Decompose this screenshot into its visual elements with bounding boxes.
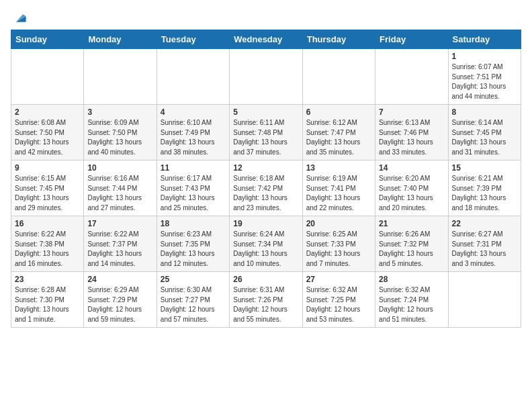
- calendar-cell: [157, 49, 229, 105]
- logo-icon: [12, 11, 27, 26]
- day-number: 10: [87, 163, 152, 173]
- calendar-cell: 3Sunrise: 6:09 AM Sunset: 7:50 PM Daylig…: [84, 105, 157, 161]
- day-number: 1: [452, 52, 517, 61]
- calendar-cell: 28Sunrise: 6:32 AM Sunset: 7:24 PM Dayli…: [375, 272, 448, 328]
- calendar-cell: [375, 49, 448, 105]
- calendar-cell: 4Sunrise: 6:10 AM Sunset: 7:49 PM Daylig…: [157, 105, 229, 161]
- calendar-cell: 25Sunrise: 6:30 AM Sunset: 7:27 PM Dayli…: [157, 272, 229, 328]
- day-info: Sunrise: 6:23 AM Sunset: 7:35 PM Dayligh…: [161, 230, 226, 269]
- calendar-cell: [11, 49, 84, 105]
- day-info: Sunrise: 6:28 AM Sunset: 7:30 PM Dayligh…: [15, 285, 80, 324]
- calendar-cell: [84, 49, 157, 105]
- calendar-header-sunday: Sunday: [11, 30, 84, 49]
- calendar-cell: 5Sunrise: 6:11 AM Sunset: 7:48 PM Daylig…: [230, 105, 302, 161]
- day-info: Sunrise: 6:16 AM Sunset: 7:44 PM Dayligh…: [87, 174, 152, 213]
- day-number: 24: [87, 275, 152, 284]
- day-number: 11: [161, 163, 226, 173]
- day-info: Sunrise: 6:24 AM Sunset: 7:34 PM Dayligh…: [233, 230, 298, 269]
- day-number: 3: [87, 107, 152, 117]
- day-info: Sunrise: 6:10 AM Sunset: 7:49 PM Dayligh…: [161, 118, 226, 157]
- day-info: Sunrise: 6:12 AM Sunset: 7:47 PM Dayligh…: [306, 118, 371, 157]
- calendar-cell: 1Sunrise: 6:07 AM Sunset: 7:51 PM Daylig…: [448, 49, 521, 105]
- day-info: Sunrise: 6:15 AM Sunset: 7:45 PM Dayligh…: [15, 174, 80, 213]
- calendar-cell: [230, 49, 302, 105]
- day-info: Sunrise: 6:18 AM Sunset: 7:42 PM Dayligh…: [233, 174, 298, 213]
- day-number: 21: [379, 219, 444, 228]
- day-number: 25: [161, 275, 226, 284]
- calendar-cell: 2Sunrise: 6:08 AM Sunset: 7:50 PM Daylig…: [11, 105, 84, 161]
- calendar-cell: 16Sunrise: 6:22 AM Sunset: 7:38 PM Dayli…: [11, 216, 84, 272]
- calendar-cell: 12Sunrise: 6:18 AM Sunset: 7:42 PM Dayli…: [230, 161, 302, 216]
- calendar-cell: 13Sunrise: 6:19 AM Sunset: 7:41 PM Dayli…: [302, 161, 375, 216]
- calendar-cell: 17Sunrise: 6:22 AM Sunset: 7:37 PM Dayli…: [84, 216, 157, 272]
- calendar-week-row: 9Sunrise: 6:15 AM Sunset: 7:45 PM Daylig…: [11, 161, 521, 216]
- day-info: Sunrise: 6:30 AM Sunset: 7:27 PM Dayligh…: [161, 285, 226, 324]
- day-info: Sunrise: 6:22 AM Sunset: 7:37 PM Dayligh…: [87, 230, 152, 269]
- day-number: 15: [452, 163, 517, 173]
- day-number: 28: [379, 275, 444, 284]
- day-info: Sunrise: 6:17 AM Sunset: 7:43 PM Dayligh…: [161, 174, 226, 213]
- day-info: Sunrise: 6:20 AM Sunset: 7:40 PM Dayligh…: [379, 174, 444, 213]
- day-number: 16: [15, 219, 80, 228]
- calendar-cell: 26Sunrise: 6:31 AM Sunset: 7:26 PM Dayli…: [230, 272, 302, 328]
- day-number: 9: [15, 163, 80, 173]
- day-number: 27: [306, 275, 371, 284]
- calendar-week-row: 1Sunrise: 6:07 AM Sunset: 7:51 PM Daylig…: [11, 49, 521, 105]
- day-number: 8: [452, 107, 517, 117]
- day-number: 14: [379, 163, 444, 173]
- day-number: 22: [452, 219, 517, 228]
- calendar-cell: 15Sunrise: 6:21 AM Sunset: 7:39 PM Dayli…: [448, 161, 521, 216]
- day-info: Sunrise: 6:21 AM Sunset: 7:39 PM Dayligh…: [452, 174, 517, 213]
- day-info: Sunrise: 6:08 AM Sunset: 7:50 PM Dayligh…: [15, 118, 80, 157]
- day-number: 12: [233, 163, 298, 173]
- day-number: 13: [306, 163, 371, 173]
- day-info: Sunrise: 6:26 AM Sunset: 7:32 PM Dayligh…: [379, 230, 444, 269]
- logo: [11, 11, 27, 23]
- calendar-cell: 14Sunrise: 6:20 AM Sunset: 7:40 PM Dayli…: [375, 161, 448, 216]
- calendar-cell: 6Sunrise: 6:12 AM Sunset: 7:47 PM Daylig…: [302, 105, 375, 161]
- calendar-table: SundayMondayTuesdayWednesdayThursdayFrid…: [11, 30, 521, 328]
- day-number: 6: [306, 107, 371, 117]
- day-number: 5: [233, 107, 298, 117]
- calendar-cell: 22Sunrise: 6:27 AM Sunset: 7:31 PM Dayli…: [448, 216, 521, 272]
- page-header: [11, 11, 521, 23]
- calendar-cell: 24Sunrise: 6:29 AM Sunset: 7:29 PM Dayli…: [84, 272, 157, 328]
- calendar-header-row: SundayMondayTuesdayWednesdayThursdayFrid…: [11, 30, 521, 49]
- calendar-cell: 27Sunrise: 6:32 AM Sunset: 7:25 PM Dayli…: [302, 272, 375, 328]
- calendar-header-saturday: Saturday: [448, 30, 521, 49]
- calendar-cell: 20Sunrise: 6:25 AM Sunset: 7:33 PM Dayli…: [302, 216, 375, 272]
- day-info: Sunrise: 6:32 AM Sunset: 7:25 PM Dayligh…: [306, 285, 371, 324]
- calendar-cell: 10Sunrise: 6:16 AM Sunset: 7:44 PM Dayli…: [84, 161, 157, 216]
- calendar-cell: [302, 49, 375, 105]
- day-number: 19: [233, 219, 298, 228]
- day-info: Sunrise: 6:11 AM Sunset: 7:48 PM Dayligh…: [233, 118, 298, 157]
- day-info: Sunrise: 6:19 AM Sunset: 7:41 PM Dayligh…: [306, 174, 371, 213]
- calendar-cell: 19Sunrise: 6:24 AM Sunset: 7:34 PM Dayli…: [230, 216, 302, 272]
- calendar-header-tuesday: Tuesday: [157, 30, 229, 49]
- day-number: 23: [15, 275, 80, 284]
- day-info: Sunrise: 6:09 AM Sunset: 7:50 PM Dayligh…: [87, 118, 152, 157]
- calendar-cell: 9Sunrise: 6:15 AM Sunset: 7:45 PM Daylig…: [11, 161, 84, 216]
- calendar-week-row: 23Sunrise: 6:28 AM Sunset: 7:30 PM Dayli…: [11, 272, 521, 328]
- day-info: Sunrise: 6:32 AM Sunset: 7:24 PM Dayligh…: [379, 285, 444, 324]
- day-number: 7: [379, 107, 444, 117]
- calendar-cell: 8Sunrise: 6:14 AM Sunset: 7:45 PM Daylig…: [448, 105, 521, 161]
- calendar-cell: 21Sunrise: 6:26 AM Sunset: 7:32 PM Dayli…: [375, 216, 448, 272]
- calendar-header-wednesday: Wednesday: [230, 30, 302, 49]
- calendar-cell: 23Sunrise: 6:28 AM Sunset: 7:30 PM Dayli…: [11, 272, 84, 328]
- day-info: Sunrise: 6:22 AM Sunset: 7:38 PM Dayligh…: [15, 230, 80, 269]
- calendar-header-thursday: Thursday: [302, 30, 375, 49]
- calendar-week-row: 16Sunrise: 6:22 AM Sunset: 7:38 PM Dayli…: [11, 216, 521, 272]
- calendar-cell: [448, 272, 521, 328]
- day-number: 2: [15, 107, 80, 117]
- day-info: Sunrise: 6:14 AM Sunset: 7:45 PM Dayligh…: [452, 118, 517, 157]
- day-info: Sunrise: 6:07 AM Sunset: 7:51 PM Dayligh…: [452, 62, 517, 101]
- calendar-cell: 7Sunrise: 6:13 AM Sunset: 7:46 PM Daylig…: [375, 105, 448, 161]
- calendar-header-friday: Friday: [375, 30, 448, 49]
- day-number: 20: [306, 219, 371, 228]
- day-info: Sunrise: 6:27 AM Sunset: 7:31 PM Dayligh…: [452, 230, 517, 269]
- day-number: 4: [161, 107, 226, 117]
- day-info: Sunrise: 6:31 AM Sunset: 7:26 PM Dayligh…: [233, 285, 298, 324]
- day-number: 26: [233, 275, 298, 284]
- day-info: Sunrise: 6:29 AM Sunset: 7:29 PM Dayligh…: [87, 285, 152, 324]
